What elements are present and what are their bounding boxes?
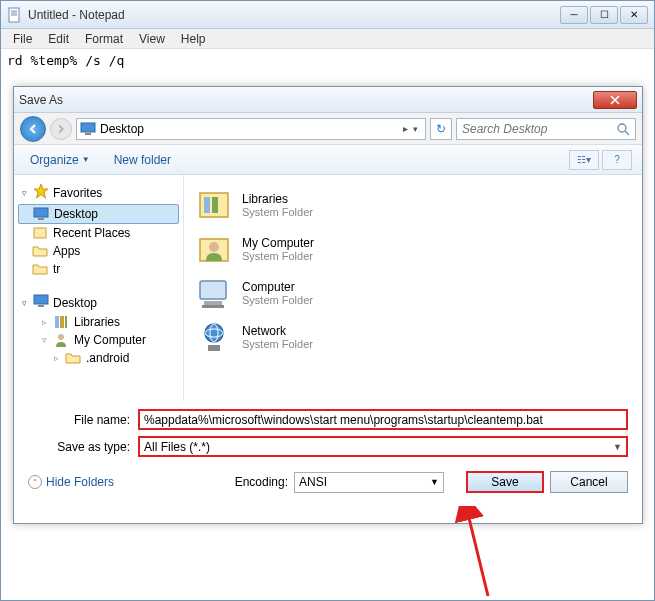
search-box[interactable] <box>456 118 636 140</box>
svg-rect-9 <box>38 218 44 220</box>
notepad-icon <box>7 7 23 23</box>
collapse-icon: ▿ <box>42 335 51 345</box>
user-icon <box>53 333 69 347</box>
dialog-body: ▿ Favorites Desktop Recent Places Apps t… <box>14 175 642 401</box>
view-options-button[interactable]: ☷▾ <box>569 150 599 170</box>
computer-icon <box>194 275 234 311</box>
desktop-icon <box>33 294 49 311</box>
folder-icon <box>32 244 48 258</box>
svg-rect-19 <box>212 197 218 213</box>
nav-favorites-header[interactable]: ▿ Favorites <box>14 181 183 204</box>
file-type: System Folder <box>242 338 313 350</box>
svg-rect-28 <box>208 345 220 351</box>
minimize-button[interactable]: ─ <box>560 6 588 24</box>
notepad-menubar: File Edit Format View Help <box>1 29 654 49</box>
filename-label: File name: <box>28 413 138 427</box>
hide-folders-button[interactable]: ˄ Hide Folders <box>28 475 114 489</box>
svg-rect-8 <box>34 208 48 217</box>
menu-help[interactable]: Help <box>173 30 214 48</box>
organize-label: Organize <box>30 153 79 167</box>
nav-pane: ▿ Favorites Desktop Recent Places Apps t… <box>14 175 184 401</box>
svg-rect-13 <box>55 316 59 328</box>
file-name: Network <box>242 324 313 338</box>
notepad-text-area[interactable]: rd %temp% /s /q <box>1 49 654 72</box>
star-icon <box>33 183 49 202</box>
refresh-button[interactable]: ↻ <box>430 118 452 140</box>
dialog-titlebar: Save As <box>14 87 642 113</box>
new-folder-button[interactable]: New folder <box>114 153 171 167</box>
dialog-close-button[interactable] <box>593 91 637 109</box>
file-type: System Folder <box>242 294 313 306</box>
filename-row: File name: <box>28 409 628 430</box>
menu-edit[interactable]: Edit <box>40 30 77 48</box>
nav-item-libraries[interactable]: ▹ Libraries <box>14 313 183 331</box>
recent-icon <box>32 226 48 240</box>
menu-file[interactable]: File <box>5 30 40 48</box>
file-item-mycomputer[interactable]: My Computer System Folder <box>188 227 638 271</box>
encoding-label: Encoding: <box>235 475 288 489</box>
svg-rect-12 <box>38 305 44 307</box>
nav-back-button[interactable] <box>20 116 46 142</box>
saveastype-value: All Files (*.*) <box>144 440 210 454</box>
save-as-dialog: Save As Desktop ▸ ▾ ↻ Org <box>13 86 643 524</box>
svg-rect-24 <box>202 305 224 308</box>
folder-icon <box>65 351 81 365</box>
menu-format[interactable]: Format <box>77 30 131 48</box>
user-folder-icon <box>194 231 234 267</box>
organize-menu[interactable]: Organize ▼ <box>24 150 96 170</box>
file-item-computer[interactable]: Computer System Folder <box>188 271 638 315</box>
chevron-up-icon: ˄ <box>28 475 42 489</box>
svg-point-21 <box>209 242 219 252</box>
svg-point-25 <box>205 324 223 342</box>
maximize-button[interactable]: ☐ <box>590 6 618 24</box>
svg-rect-10 <box>34 228 46 238</box>
path-dropdown-icon[interactable]: ▾ <box>408 124 422 134</box>
svg-point-6 <box>618 124 626 132</box>
help-button[interactable]: ? <box>602 150 632 170</box>
svg-line-7 <box>625 131 629 135</box>
nav-item-label: .android <box>86 351 129 365</box>
nav-desktop-label: Desktop <box>53 296 97 310</box>
encoding-value: ANSI <box>299 475 327 489</box>
cancel-button[interactable]: Cancel <box>550 471 628 493</box>
saveastype-combo[interactable]: All Files (*.*) ▼ <box>138 436 628 457</box>
file-name: Libraries <box>242 192 313 206</box>
saveastype-label: Save as type: <box>28 440 138 454</box>
toolbar: Organize ▼ New folder ☷▾ ? <box>14 145 642 175</box>
nav-desktop-header[interactable]: ▿ Desktop <box>14 292 183 313</box>
svg-rect-18 <box>204 197 210 213</box>
folder-icon <box>32 262 48 276</box>
nav-item-mycomputer[interactable]: ▿ My Computer <box>14 331 183 349</box>
file-type: System Folder <box>242 250 314 262</box>
file-item-network[interactable]: Network System Folder <box>188 315 638 359</box>
expand-icon: ▹ <box>54 353 63 363</box>
file-name: Computer <box>242 280 313 294</box>
chevron-down-icon: ▼ <box>430 477 439 487</box>
svg-rect-15 <box>65 316 67 328</box>
file-pane: Libraries System Folder My Computer Syst… <box>184 175 642 401</box>
file-type: System Folder <box>242 206 313 218</box>
nav-item-tr[interactable]: tr <box>14 260 183 278</box>
desktop-icon <box>33 207 49 221</box>
nav-item-android[interactable]: ▹ .android <box>14 349 183 367</box>
path-text: Desktop <box>100 122 399 136</box>
chevron-down-icon: ▼ <box>82 155 90 164</box>
file-name: My Computer <box>242 236 314 250</box>
saveastype-row: Save as type: All Files (*.*) ▼ <box>28 436 628 457</box>
nav-item-desktop[interactable]: Desktop <box>18 204 179 224</box>
path-box[interactable]: Desktop ▸ ▾ <box>76 118 426 140</box>
save-button[interactable]: Save <box>466 471 544 493</box>
filename-input[interactable] <box>138 409 628 430</box>
encoding-combo[interactable]: ANSI ▼ <box>294 472 444 493</box>
menu-view[interactable]: View <box>131 30 173 48</box>
search-input[interactable] <box>462 122 616 136</box>
svg-rect-22 <box>200 281 226 299</box>
file-item-libraries[interactable]: Libraries System Folder <box>188 183 638 227</box>
svg-point-16 <box>58 334 64 340</box>
nav-item-apps[interactable]: Apps <box>14 242 183 260</box>
hide-folders-label: Hide Folders <box>46 475 114 489</box>
nav-item-recent[interactable]: Recent Places <box>14 224 183 242</box>
libraries-icon <box>194 187 234 223</box>
close-button[interactable]: ✕ <box>620 6 648 24</box>
libraries-icon <box>53 315 69 329</box>
